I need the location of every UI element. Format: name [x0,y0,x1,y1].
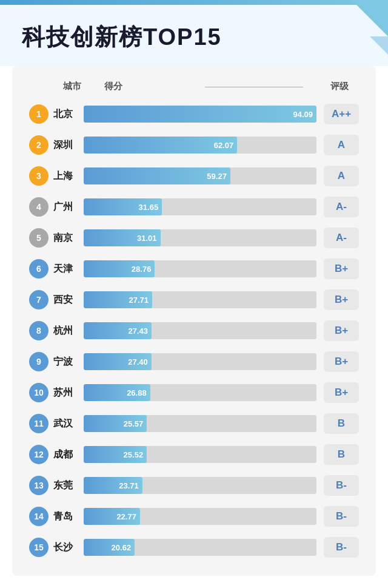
top-accent-bar [0,0,388,5]
bar-fill: 28.76 [84,260,155,277]
bar-score: 20.62 [112,543,132,552]
bar-fill: 59.27 [84,167,230,184]
city-name: 宁波 [53,356,80,368]
page-title: 科技创新榜TOP15 [22,22,366,53]
rows-container: 1 北京 94.09 A++ 2 深圳 62.07 A 3 上海 59.27 [29,100,359,562]
bar-fill: 26.88 [84,384,150,401]
rating-badge: A [324,166,359,186]
rank-badge: 14 [29,507,48,526]
bar-score: 62.07 [214,141,234,150]
rank-badge: 3 [29,166,48,186]
city-name: 长沙 [53,541,80,554]
city-name: 东莞 [53,479,80,492]
bar-score: 25.52 [124,450,144,459]
table-row: 12 成都 25.52 B [29,440,359,469]
bar-score: 25.57 [124,419,144,428]
bar-score: 23.71 [119,481,139,490]
bar-container: 31.65 [84,198,316,215]
table-row: 13 东莞 23.71 B- [29,471,359,500]
header-score-label: 得分 [99,81,202,92]
bar-fill: 94.09 [84,106,316,123]
bar-fill: 25.57 [84,415,147,432]
rating-badge: B- [324,537,359,558]
table-row: 4 广州 31.65 A- [29,192,359,221]
rank-badge: 2 [29,135,48,155]
city-name: 青岛 [53,510,80,523]
rank-badge: 1 [29,104,48,124]
table-row: 5 南京 31.01 A- [29,223,359,252]
rating-badge: B [324,413,359,434]
bar-fill: 20.62 [84,539,135,556]
table-header: 城市 得分 评级 [29,76,359,97]
bar-fill: 27.40 [84,353,152,370]
rating-badge: A- [324,228,359,248]
header-city-label: 城市 [63,81,99,92]
content-area: 城市 得分 评级 1 北京 94.09 A++ 2 深圳 62.07 [12,66,376,576]
city-name: 杭州 [53,325,80,337]
bar-score: 27.40 [128,357,148,367]
city-name: 天津 [53,263,80,275]
bar-container: 27.43 [84,322,316,339]
rating-badge: B- [324,475,359,496]
accent-triangle-mid [370,36,388,55]
table-row: 9 宁波 27.40 B+ [29,347,359,376]
bar-fill: 22.77 [84,508,140,525]
rank-badge: 7 [29,290,48,309]
bar-score: 59.27 [207,172,227,181]
bar-container: 28.76 [84,260,316,277]
bar-score: 28.76 [132,265,152,274]
city-name: 深圳 [53,139,80,152]
bar-score: 26.88 [127,388,147,397]
city-name: 北京 [53,108,80,121]
bar-container: 22.77 [84,508,316,525]
bar-score: 31.65 [139,203,159,212]
footer: 数据来源：南方周末城市（区域）研究中心编制 唯一的城 宜商城 2021 [12,581,376,588]
bar-fill: 31.01 [84,229,161,246]
header-rating-label: 评级 [320,81,359,92]
bar-container: 20.62 [84,539,316,556]
table-row: 10 苏州 26.88 B+ [29,378,359,407]
city-name: 成都 [53,448,80,461]
table-row: 2 深圳 62.07 A [29,130,359,160]
bar-score: 94.09 [293,110,313,119]
city-name: 武汉 [53,417,80,430]
table-row: 6 天津 28.76 B+ [29,254,359,283]
bar-container: 25.57 [84,415,316,432]
rating-badge: A [324,135,359,155]
title-area: 科技创新榜TOP15 [0,5,388,66]
bar-score: 27.71 [129,296,149,305]
table-row: 8 杭州 27.43 B+ [29,316,359,345]
bar-score: 22.77 [116,512,136,521]
rating-badge: B+ [324,259,359,279]
rating-badge: B+ [324,351,359,372]
rank-badge: 5 [29,228,48,248]
rating-badge: B- [324,506,359,527]
city-name: 上海 [53,170,80,183]
header-divider [205,87,303,87]
bar-fill: 23.71 [84,477,142,494]
rank-badge: 4 [29,197,48,217]
city-name: 南京 [53,232,80,245]
bar-container: 59.27 [84,167,316,184]
bar-container: 27.71 [84,291,316,308]
page-wrapper: 科技创新榜TOP15 城市 得分 评级 1 北京 94.09 A++ 2 [0,0,388,588]
table-row: 3 上海 59.27 A [29,161,359,191]
bar-container: 27.40 [84,353,316,370]
bar-fill: 62.07 [84,137,237,154]
table-row: 1 北京 94.09 A++ [29,100,359,129]
accent-triangle-top [352,0,388,36]
rank-badge: 12 [29,445,48,464]
table-row: 7 西安 27.71 B+ [29,285,359,314]
bar-container: 62.07 [84,137,316,154]
rating-badge: A++ [324,104,359,124]
rating-badge: B [324,444,359,465]
rating-badge: B+ [324,320,359,341]
rating-badge: B+ [324,382,359,403]
bar-container: 25.52 [84,446,316,463]
table-row: 11 武汉 25.57 B [29,409,359,438]
rank-badge: 9 [29,352,48,371]
bar-container: 31.01 [84,229,316,246]
rank-badge: 10 [29,383,48,402]
rank-badge: 8 [29,321,48,340]
rank-badge: 11 [29,414,48,433]
